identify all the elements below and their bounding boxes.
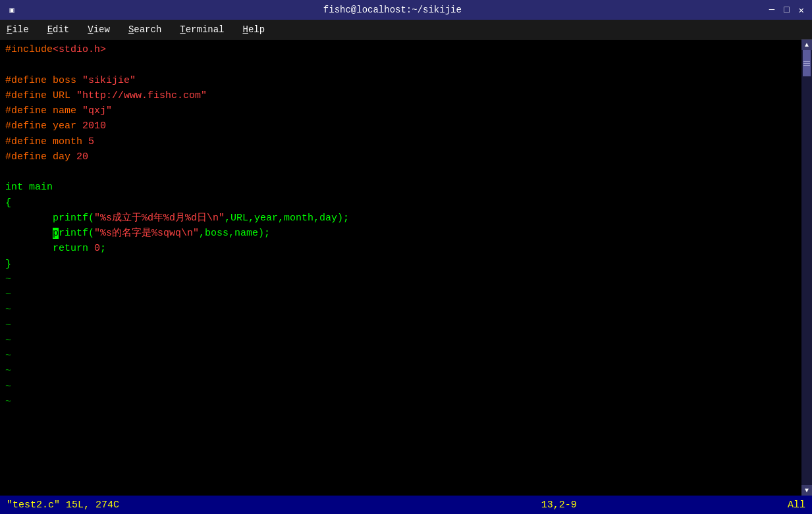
code-line-3: #define boss "sikijie" — [5, 73, 796, 88]
code-line-15: } — [5, 257, 796, 272]
scrollbar-up-button[interactable]: ▲ — [801, 39, 812, 50]
menubar: File Edit View Search Terminal Help — [0, 20, 812, 39]
code-line-14: return 0; — [5, 241, 796, 256]
menu-file[interactable]: File — [3, 23, 33, 36]
window-controls: ─ □ ✕ — [767, 5, 807, 16]
maximize-button[interactable]: □ — [781, 5, 792, 16]
titlebar: ▣ fishc@localhost:~/sikijie ─ □ ✕ — [0, 0, 812, 20]
tilde-9: ~ — [5, 394, 796, 409]
code-line-7: #define month 5 — [5, 134, 796, 149]
code-line-5: #define name "qxj" — [5, 103, 796, 118]
code-line-12: printf("%s成立于%d年%d月%d日\n",URL,year,month… — [5, 211, 796, 226]
code-line-13: printf("%s的名字是%sqwq\n",boss,name); — [5, 226, 796, 241]
code-line-2 — [5, 57, 796, 72]
code-line-1: #include<stdio.h> — [5, 42, 796, 57]
code-line-11: { — [5, 195, 796, 211]
tilde-8: ~ — [5, 379, 796, 394]
window-title: fishc@localhost:~/sikijie — [18, 5, 767, 15]
terminal-icon: ▣ — [5, 3, 18, 16]
menu-search[interactable]: Search — [124, 23, 165, 36]
tilde-3: ~ — [5, 302, 796, 317]
code-line-4: #define URL "http://www.fishc.com" — [5, 88, 796, 103]
status-position: 13,2-9 — [541, 500, 577, 511]
status-filename: "test2.c" 15L, 274C — [7, 500, 119, 511]
statusbar: "test2.c" 15L, 274C 13,2-9 All — [0, 496, 812, 514]
editor-container: #include<stdio.h> #define boss "sikijie"… — [0, 39, 812, 496]
editor-content[interactable]: #include<stdio.h> #define boss "sikijie"… — [0, 39, 801, 496]
code-line-8: #define day 20 — [5, 149, 796, 165]
menu-terminal[interactable]: Terminal — [176, 23, 228, 36]
tilde-1: ~ — [5, 272, 796, 287]
scrollbar-track[interactable] — [801, 50, 812, 485]
tilde-4: ~ — [5, 318, 796, 333]
minimize-button[interactable]: ─ — [767, 5, 777, 16]
code-line-9 — [5, 165, 796, 180]
scrollbar-thumb[interactable] — [803, 50, 811, 76]
tilde-7: ~ — [5, 363, 796, 378]
code-line-6: #define year 2010 — [5, 118, 796, 134]
menu-edit[interactable]: Edit — [43, 23, 74, 36]
tilde-5: ~ — [5, 333, 796, 348]
status-scroll: All — [788, 500, 805, 511]
code-line-10: int main — [5, 180, 796, 195]
tilde-6: ~ — [5, 348, 796, 363]
menu-view[interactable]: View — [84, 23, 114, 36]
cursor: p — [53, 228, 59, 239]
tilde-2: ~ — [5, 287, 796, 302]
menu-help[interactable]: Help — [239, 23, 269, 36]
scrollbar-grip — [803, 59, 810, 67]
close-button[interactable]: ✕ — [796, 5, 807, 16]
scrollbar-down-button[interactable]: ▼ — [801, 485, 812, 496]
scrollbar[interactable]: ▲ ▼ — [801, 39, 812, 496]
